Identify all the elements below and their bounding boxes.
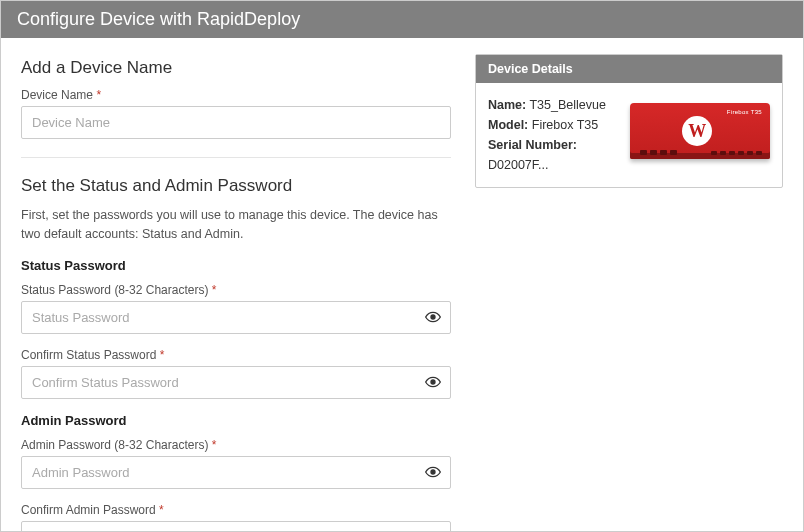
- device-image: Firebox T35 W: [630, 95, 770, 167]
- required-marker: *: [212, 283, 217, 297]
- device-details-body: Name: T35_Bellevue Model: Firebox T35 Se…: [476, 83, 782, 187]
- separator: [21, 157, 451, 158]
- confirm-status-password-field: Confirm Status Password *: [21, 348, 451, 399]
- confirm-status-password-input[interactable]: [21, 366, 451, 399]
- device-details-header: Device Details: [476, 55, 782, 83]
- status-password-field: Status Password (8-32 Characters) *: [21, 283, 451, 334]
- detail-name-value: T35_Bellevue: [529, 98, 605, 112]
- confirm-status-password-label-text: Confirm Status Password: [21, 348, 156, 362]
- config-window: Configure Device with RapidDeploy Add a …: [0, 0, 804, 532]
- device-details-panel: Device Details Name: T35_Bellevue Model:…: [475, 54, 783, 188]
- add-device-name-heading: Add a Device Name: [21, 58, 451, 78]
- required-marker: *: [160, 348, 165, 362]
- confirm-status-password-label: Confirm Status Password *: [21, 348, 451, 362]
- svg-point-2: [431, 470, 435, 474]
- confirm-admin-password-input[interactable]: [21, 521, 451, 533]
- detail-serial-value: D02007F...: [488, 158, 548, 172]
- admin-password-input[interactable]: [21, 456, 451, 489]
- set-passwords-heading: Set the Status and Admin Password: [21, 176, 451, 196]
- device-name-label-text: Device Name: [21, 88, 93, 102]
- admin-password-label-text: Admin Password (8-32 Characters): [21, 438, 208, 452]
- firebox-brand-label: Firebox T35: [727, 109, 762, 115]
- device-name-field: Device Name *: [21, 88, 451, 139]
- admin-password-subheading: Admin Password: [21, 413, 451, 428]
- svg-point-1: [431, 380, 435, 384]
- detail-model-value: Firebox T35: [532, 118, 598, 132]
- firebox-illustration: Firebox T35 W: [630, 103, 770, 159]
- firebox-right-ports: [711, 151, 762, 155]
- svg-point-0: [431, 315, 435, 319]
- eye-icon[interactable]: [425, 374, 441, 390]
- status-password-subheading: Status Password: [21, 258, 451, 273]
- admin-password-field: Admin Password (8-32 Characters) *: [21, 438, 451, 489]
- eye-icon[interactable]: [425, 464, 441, 480]
- device-name-input[interactable]: [21, 106, 451, 139]
- confirm-admin-password-label: Confirm Admin Password *: [21, 503, 451, 517]
- detail-serial-label: Serial Number:: [488, 138, 577, 152]
- form-column: Add a Device Name Device Name * Set the …: [21, 54, 451, 532]
- details-column: Device Details Name: T35_Bellevue Model:…: [475, 54, 783, 532]
- page-title: Configure Device with RapidDeploy: [1, 1, 803, 38]
- required-marker: *: [212, 438, 217, 452]
- device-details-text: Name: T35_Bellevue Model: Firebox T35 Se…: [488, 95, 618, 175]
- passwords-helper: First, set the passwords you will use to…: [21, 206, 451, 244]
- confirm-admin-password-field: Confirm Admin Password *: [21, 503, 451, 533]
- watchguard-logo-icon: W: [682, 116, 712, 146]
- detail-model-label: Model:: [488, 118, 528, 132]
- detail-name-label: Name:: [488, 98, 526, 112]
- content-area: Add a Device Name Device Name * Set the …: [1, 38, 803, 532]
- admin-password-label: Admin Password (8-32 Characters) *: [21, 438, 451, 452]
- required-marker: *: [159, 503, 164, 517]
- eye-icon[interactable]: [425, 309, 441, 325]
- firebox-left-ports: [640, 150, 677, 155]
- status-password-label: Status Password (8-32 Characters) *: [21, 283, 451, 297]
- status-password-input[interactable]: [21, 301, 451, 334]
- confirm-admin-password-label-text: Confirm Admin Password: [21, 503, 156, 517]
- status-password-label-text: Status Password (8-32 Characters): [21, 283, 208, 297]
- device-name-label: Device Name *: [21, 88, 451, 102]
- required-marker: *: [96, 88, 101, 102]
